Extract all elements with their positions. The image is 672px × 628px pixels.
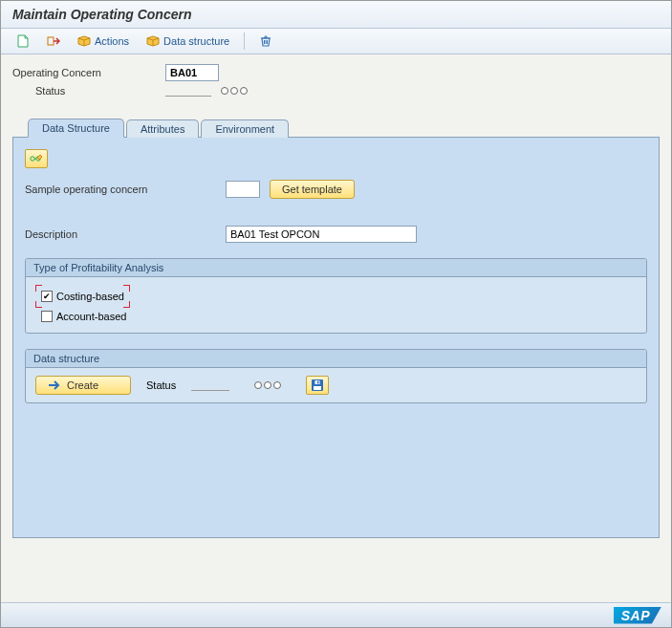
svg-rect-0 — [48, 37, 54, 45]
sample-label: Sample operating concern — [25, 184, 216, 195]
toolbar-separator — [244, 32, 245, 50]
change-mode-button[interactable] — [25, 149, 48, 168]
svg-point-1 — [31, 157, 34, 161]
trash-icon — [259, 34, 272, 48]
operating-concern-label: Operating Concern — [12, 67, 165, 78]
arrow-out-icon — [47, 34, 60, 48]
ds-status-label: Status — [146, 379, 176, 391]
glasses-pencil-icon — [29, 152, 44, 165]
profitability-body: Costing-based Account-based — [26, 277, 646, 333]
box-icon — [146, 35, 160, 47]
costing-checkbox[interactable] — [41, 291, 53, 302]
get-template-button[interactable]: Get template — [270, 180, 355, 199]
assign-button[interactable] — [41, 32, 66, 50]
operating-concern-input[interactable] — [165, 64, 219, 81]
profitability-groupbox: Type of Profitability Analysis Costing-b… — [25, 258, 647, 334]
light-green — [240, 87, 248, 95]
sample-row: Sample operating concern Get template — [25, 180, 647, 199]
profitability-title: Type of Profitability Analysis — [26, 259, 646, 277]
light-red — [254, 381, 262, 389]
light-yellow — [264, 381, 271, 389]
description-label: Description — [25, 228, 216, 240]
account-label: Account-based — [56, 311, 126, 322]
document-icon — [16, 34, 30, 48]
status-row: Status — [12, 85, 660, 97]
tab-environment[interactable]: Environment — [201, 119, 289, 138]
account-checkbox[interactable] — [41, 311, 53, 322]
ds-status-blank — [191, 379, 229, 391]
datastruct-body: Create Status — [26, 368, 646, 402]
tab-data-structure[interactable]: Data Structure — [28, 119, 124, 138]
sap-logo: SAP — [614, 607, 661, 624]
status-label: Status — [12, 85, 165, 97]
delete-button[interactable] — [253, 32, 278, 50]
diskette-icon — [311, 379, 324, 392]
datastruct-groupbox: Data structure Create Status — [25, 349, 647, 403]
status-bar: SAP — [1, 602, 671, 627]
window-title: Maintain Operating Concern — [1, 1, 671, 29]
datastruct-title: Data structure — [26, 350, 646, 368]
svg-rect-4 — [314, 386, 321, 390]
costing-label: Costing-based — [56, 291, 124, 302]
data-structure-label: Data structure — [163, 35, 229, 47]
new-document-button[interactable] — [11, 32, 35, 50]
status-traffic-light — [221, 87, 248, 95]
description-row: Description — [25, 226, 647, 243]
light-green — [273, 381, 281, 389]
status-value-blank — [165, 85, 211, 97]
create-button[interactable]: Create — [35, 376, 131, 395]
actions-button[interactable]: Actions — [72, 33, 135, 49]
tab-attributes[interactable]: Attributes — [126, 119, 199, 138]
light-red — [221, 87, 228, 95]
create-label: Create — [67, 379, 98, 391]
app-toolbar: Actions Data structure — [1, 29, 671, 54]
svg-rect-6 — [317, 381, 319, 384]
box-icon — [77, 35, 91, 47]
operating-concern-row: Operating Concern — [12, 64, 660, 81]
ds-traffic-light — [254, 381, 281, 389]
tabstrip: Data Structure Attributes Environment — [12, 118, 660, 137]
description-input[interactable] — [226, 226, 417, 243]
tab-panel-data-structure: Sample operating concern Get template De… — [12, 137, 660, 538]
save-activate-button[interactable] — [306, 376, 329, 395]
arrow-right-icon — [48, 380, 61, 390]
data-structure-button[interactable]: Data structure — [141, 33, 235, 49]
light-yellow — [230, 87, 238, 95]
content-area: Operating Concern Status Data Structure … — [1, 54, 671, 605]
actions-label: Actions — [95, 35, 129, 47]
sample-input[interactable] — [226, 181, 260, 198]
costing-highlight: Costing-based — [35, 285, 130, 308]
